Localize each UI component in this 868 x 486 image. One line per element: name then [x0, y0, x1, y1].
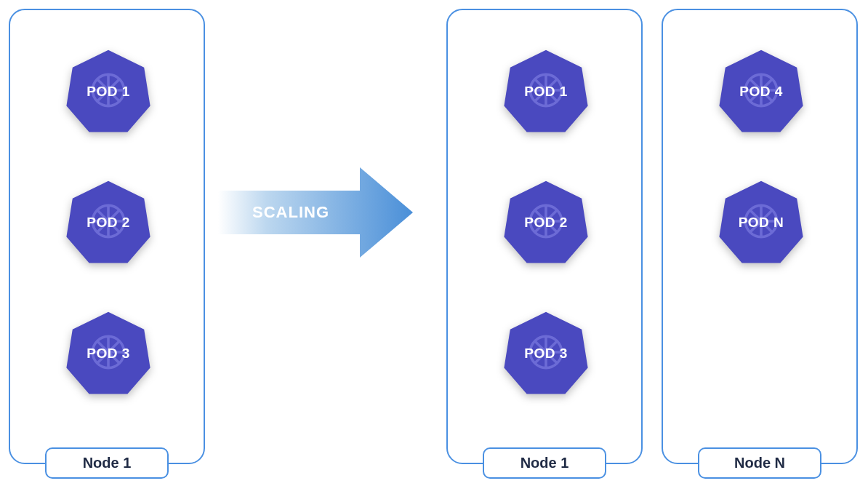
pod-shape: POD 2 [65, 178, 152, 265]
pod-shape: POD 2 [502, 178, 590, 265]
pod-label: POD 3 [65, 346, 152, 362]
pod-label: POD 3 [502, 346, 590, 362]
pod-shape: POD 3 [502, 308, 590, 396]
node-box-right-n: POD 4 POD N Node N [662, 9, 858, 464]
node-box-right-1: POD 1 POD 2 POD 3 Node 1 [446, 9, 643, 464]
pod-label: POD N [718, 215, 805, 231]
pod-label: POD 1 [502, 84, 590, 100]
pod-label: POD 4 [718, 84, 805, 100]
node-label: Node 1 [45, 447, 169, 479]
pod-label: POD 2 [65, 215, 152, 231]
pod-shape: POD 1 [502, 47, 590, 134]
pod-shape: POD 1 [65, 47, 152, 134]
scaling-arrow: SCALING [218, 162, 414, 263]
node-box-left-1: POD 1 POD 2 POD 3 Node 1 [9, 9, 205, 464]
pod-shape: POD 3 [65, 308, 152, 396]
node-label: Node N [698, 447, 821, 479]
pod-shape: POD N [718, 178, 805, 265]
pod-label: POD 2 [502, 215, 590, 231]
node-label: Node 1 [483, 447, 606, 479]
diagram-canvas: POD 1 POD 2 POD 3 Node 1 POD 1 POD 2 POD… [0, 0, 868, 486]
pod-label: POD 1 [65, 84, 152, 100]
pod-shape: POD 4 [718, 47, 805, 134]
arrow-label: SCALING [218, 203, 363, 222]
